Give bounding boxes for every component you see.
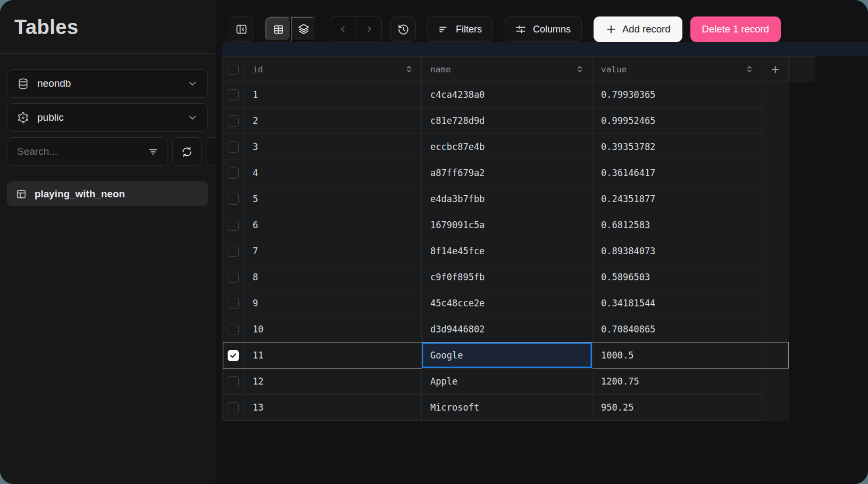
table-row: 12 Apple 1200.75	[223, 369, 789, 395]
cell-value[interactable]: 0.6812583	[592, 212, 762, 238]
cell-id[interactable]: 13	[244, 395, 422, 421]
row-select-cell	[223, 108, 244, 134]
cell-id[interactable]: 1	[244, 82, 422, 108]
add-record-button[interactable]: Add record	[594, 16, 682, 42]
table-view-button[interactable]	[265, 17, 291, 41]
cell-name[interactable]: e4da3b7fbb	[422, 186, 592, 212]
row-checkbox[interactable]	[228, 298, 239, 309]
row-checkbox[interactable]	[228, 324, 239, 335]
search-input[interactable]	[17, 146, 147, 157]
row-checkbox[interactable]	[228, 350, 239, 361]
cell-id[interactable]: 3	[244, 134, 422, 160]
cell-id[interactable]: 11	[244, 343, 422, 369]
table-icon	[15, 188, 27, 200]
cell-value[interactable]: 1200.75	[592, 369, 762, 395]
table-row: 10 d3d9446802 0.70840865	[223, 316, 789, 343]
cell-name[interactable]: d3d9446802	[422, 316, 592, 343]
cell-name[interactable]: Microsoft	[422, 395, 592, 421]
row-checkbox[interactable]	[228, 168, 239, 179]
prev-page-button[interactable]	[330, 17, 356, 41]
row-select-cell	[223, 395, 244, 421]
cell-name[interactable]: eccbc87e4b	[422, 134, 592, 160]
row-checkbox[interactable]	[228, 194, 239, 205]
column-header-name[interactable]: name	[422, 57, 592, 82]
cell-value[interactable]: 0.24351877	[592, 186, 762, 212]
grid-body: 1 c4ca4238a0 0.79930365 2 c81e728d9d 0.9…	[222, 82, 789, 421]
layers-icon	[297, 23, 310, 36]
delete-record-button-label: Delete 1 record	[702, 23, 769, 35]
cell-name[interactable]: 45c48cce2e	[422, 290, 592, 316]
cell-value[interactable]: 0.79930365	[592, 82, 762, 108]
cell-id[interactable]: 9	[244, 290, 422, 316]
cell-id[interactable]: 5	[244, 186, 422, 212]
add-record-button-label: Add record	[622, 23, 671, 35]
row-checkbox[interactable]	[228, 246, 239, 257]
cell-value[interactable]: 0.70840865	[592, 316, 762, 343]
cell-value[interactable]: 0.39353782	[592, 134, 762, 160]
row-checkbox[interactable]	[228, 272, 239, 283]
table-row: 5 e4da3b7fbb 0.24351877	[223, 186, 789, 212]
history-button[interactable]	[390, 16, 416, 42]
cell-value[interactable]: 0.99952465	[592, 108, 762, 134]
cell-id[interactable]: 8	[244, 264, 422, 290]
app-window: Tables neondb	[0, 0, 868, 484]
cell-name[interactable]: 1679091c5a	[422, 212, 592, 238]
sliders-icon	[515, 23, 527, 35]
schema-icon	[17, 112, 29, 124]
cell-name[interactable]: a87ff679a2	[422, 160, 592, 186]
sidebar-item-label: playing_with_neon	[35, 188, 125, 200]
table-row: 1 c4ca4238a0 0.79930365	[223, 82, 789, 108]
cell-name[interactable]: c9f0f895fb	[422, 264, 592, 290]
cell-value[interactable]: 0.34181544	[592, 290, 762, 316]
filter-lines-icon	[438, 23, 449, 35]
row-checkbox[interactable]	[228, 115, 239, 127]
refresh-button[interactable]	[172, 137, 202, 166]
filters-button[interactable]: Filters	[427, 16, 493, 42]
cell-value[interactable]: 0.5896503	[592, 264, 762, 290]
row-checkbox[interactable]	[228, 89, 239, 101]
cell-value[interactable]: 950.25	[592, 395, 762, 421]
database-selector[interactable]: neondb	[7, 69, 208, 98]
cell-id[interactable]: 10	[244, 316, 422, 343]
data-grid: id name value	[222, 56, 868, 421]
sidebar-item-playing-with-neon[interactable]: playing_with_neon	[7, 181, 208, 206]
row-select-cell	[223, 160, 244, 186]
toolbar: Filters Columns Add record Delete 1	[215, 0, 868, 42]
select-all-checkbox[interactable]	[228, 64, 239, 75]
row-select-cell	[223, 82, 244, 108]
cell-name[interactable]: Apple	[422, 369, 592, 395]
column-header-id[interactable]: id	[244, 57, 422, 82]
cell-value[interactable]: 0.89384073	[592, 238, 762, 264]
cell-name[interactable]: c4ca4238a0	[422, 82, 592, 108]
row-select-cell	[223, 264, 244, 290]
row-checkbox[interactable]	[228, 402, 239, 413]
cell-id[interactable]: 6	[244, 212, 422, 238]
table-row: 9 45c48cce2e 0.34181544	[223, 290, 789, 316]
schema-selector[interactable]: public	[7, 103, 208, 132]
sidebar-body: neondb public	[0, 54, 215, 206]
collapse-sidebar-button[interactable]	[229, 16, 254, 42]
add-column-button[interactable]: +	[762, 57, 789, 82]
row-checkbox[interactable]	[228, 220, 239, 231]
delete-record-button[interactable]: Delete 1 record	[690, 16, 781, 42]
cell-id[interactable]: 4	[244, 160, 422, 186]
cell-id[interactable]: 12	[244, 369, 422, 395]
cell-name[interactable]: 8f14e45fce	[422, 238, 592, 264]
row-checkbox[interactable]	[228, 376, 239, 387]
panel-collapse-icon	[235, 23, 248, 36]
cell-name[interactable]: c81e728d9d	[422, 108, 592, 134]
columns-button[interactable]: Columns	[504, 16, 582, 42]
sidebar: Tables neondb	[0, 0, 215, 484]
layers-view-button[interactable]	[291, 17, 316, 41]
cell-name[interactable]: Google	[422, 343, 592, 369]
cell-value[interactable]: 1000.5	[592, 343, 762, 369]
next-page-button[interactable]	[356, 17, 381, 41]
grid-view-icon	[272, 23, 285, 36]
cell-id[interactable]: 2	[244, 108, 422, 134]
row-select-cell	[223, 316, 244, 343]
column-header-value[interactable]: value	[592, 57, 762, 82]
cell-id[interactable]: 7	[244, 238, 422, 264]
table-row: 8 c9f0f895fb 0.5896503	[223, 264, 789, 290]
cell-value[interactable]: 0.36146417	[592, 160, 762, 186]
row-checkbox[interactable]	[228, 141, 239, 153]
